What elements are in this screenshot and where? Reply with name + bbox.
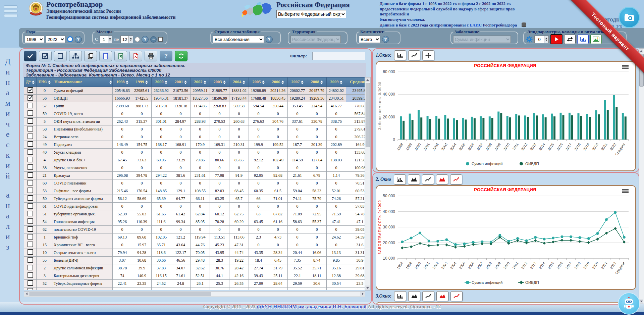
year-from-select[interactable]: 1998 bbox=[25, 36, 44, 43]
gear-icon[interactable] bbox=[526, 36, 533, 43]
col-header-year[interactable]: 2001 bbox=[171, 77, 191, 87]
w3-area-chart-button[interactable] bbox=[408, 291, 420, 301]
sort-arrows-icon[interactable] bbox=[184, 81, 187, 84]
filter-input[interactable] bbox=[312, 52, 365, 60]
hscroll-thumb[interactable] bbox=[30, 292, 211, 296]
hamburger-menu-icon[interactable] bbox=[4, 5, 17, 18]
page-vertical-scrollbar[interactable] bbox=[639, 48, 644, 304]
table-row[interactable]: 21Краснуха296.08394.78294.22381.6231.617… bbox=[24, 172, 365, 179]
screenshot-camera-button[interactable] bbox=[619, 7, 640, 28]
table-row[interactable]: 54Гонококковая инфекция95.26110.39111.69… bbox=[24, 218, 365, 226]
table-vertical-scrollbar[interactable] bbox=[365, 77, 371, 291]
row-checkbox[interactable] bbox=[28, 288, 33, 290]
months-checkbox[interactable] bbox=[158, 37, 163, 42]
table-row[interactable]: 5ОКИ неустанов. этиологии262.43315.37301… bbox=[24, 118, 365, 125]
row-checkbox[interactable] bbox=[28, 126, 33, 132]
scroll-left-icon[interactable] bbox=[24, 292, 29, 296]
w2-line-chart-button[interactable] bbox=[422, 174, 434, 185]
table-row[interactable]: 61COVID идентифицирован00000000000057.03 bbox=[24, 203, 365, 210]
row-checkbox[interactable] bbox=[28, 226, 33, 232]
table-refresh-button[interactable] bbox=[175, 51, 187, 61]
play-button[interactable] bbox=[550, 34, 562, 44]
excel-export-button[interactable] bbox=[114, 51, 127, 61]
row-checkbox[interactable] bbox=[28, 218, 33, 224]
sort-arrows-icon[interactable] bbox=[223, 81, 226, 84]
row-checkbox[interactable] bbox=[28, 103, 33, 108]
table-help-button[interactable]: ? bbox=[160, 51, 172, 61]
w3-line-red-button[interactable] bbox=[450, 291, 463, 301]
table-row[interactable]: 4Другие ОКИ бак.+67.4573.6369.9573.2979.… bbox=[24, 156, 365, 164]
col-header-name[interactable]: Наименование bbox=[53, 77, 113, 87]
row-checkbox[interactable] bbox=[28, 234, 33, 240]
stepper-arrows-icon[interactable] bbox=[108, 36, 112, 43]
row-checkbox[interactable] bbox=[28, 141, 33, 147]
row-checkbox[interactable] bbox=[28, 110, 33, 116]
table-row[interactable]: 51туберкулез органов дых.52.3955.0361.65… bbox=[24, 210, 365, 218]
scroll-down-icon[interactable] bbox=[365, 285, 370, 290]
years-help-button[interactable]: ? bbox=[75, 36, 82, 43]
sort-arrows-icon[interactable] bbox=[340, 81, 342, 84]
col-header-year[interactable]: 2003 bbox=[210, 77, 229, 87]
sort-arrows-icon[interactable] bbox=[145, 81, 148, 84]
w2-area-red-button[interactable] bbox=[436, 174, 448, 185]
col-header-year[interactable]: 2000 bbox=[152, 77, 171, 87]
row-checkbox[interactable] bbox=[28, 95, 33, 101]
table-row[interactable]: 1Брюшной тиф69.1389.68102.05121.2119.941… bbox=[24, 233, 365, 241]
table-row[interactable]: 40Укусы клещами000000000000133.68 bbox=[24, 149, 365, 156]
row-checkbox[interactable] bbox=[28, 265, 33, 270]
w3-bar-chart-button[interactable] bbox=[394, 291, 406, 301]
row-checkbox[interactable] bbox=[28, 280, 33, 286]
rows-filter-select[interactable]: Все заболевания bbox=[213, 36, 264, 43]
row-checkbox[interactable] bbox=[28, 118, 33, 124]
vscroll-thumb[interactable] bbox=[366, 83, 370, 147]
table-row[interactable]: 3900000000000018.63 bbox=[24, 287, 365, 290]
col-header-year[interactable]: 2009 bbox=[327, 77, 346, 87]
w3-area-red-button[interactable] bbox=[436, 291, 448, 301]
table-row[interactable]: 62носительство COVID-1900000000000039.05 bbox=[24, 226, 365, 233]
table-row[interactable]: 59COVID-19, всего000000000000567.84 bbox=[24, 110, 365, 118]
row-checkbox[interactable] bbox=[28, 195, 33, 201]
table-row[interactable]: 57Грипп2399.683881.735116.911320.181134.… bbox=[24, 102, 365, 110]
sort-arrows-icon[interactable] bbox=[301, 81, 304, 84]
col-header-year[interactable]: 2007 bbox=[288, 77, 307, 87]
print-button[interactable] bbox=[145, 51, 157, 61]
col-header-year[interactable]: 2002 bbox=[191, 77, 210, 87]
uncheck-all-button[interactable] bbox=[54, 51, 67, 61]
table-scroll-area[interactable]: Д*П/№Наименование19981999200020012002200… bbox=[24, 77, 365, 290]
row-checkbox[interactable] bbox=[28, 257, 33, 263]
row-checkbox[interactable] bbox=[28, 242, 33, 247]
page-vscroll-thumb[interactable] bbox=[639, 54, 644, 87]
col-header-year[interactable]: 2006 bbox=[268, 77, 288, 87]
federal-district-select[interactable]: Выберите Федеральный округ bbox=[276, 10, 346, 18]
row-checkbox[interactable] bbox=[28, 188, 33, 193]
sort-arrows-icon[interactable] bbox=[126, 81, 128, 84]
epid-counter-stepper[interactable]: 0 bbox=[534, 36, 549, 43]
sort-arrows-icon[interactable] bbox=[281, 81, 284, 84]
month-from-stepper[interactable]: 1 bbox=[100, 36, 112, 43]
w2-bar-chart-button[interactable] bbox=[394, 174, 406, 185]
contingent-select[interactable]: Всего bbox=[359, 36, 380, 43]
col-header-year[interactable]: 1999 bbox=[132, 77, 152, 87]
table-row[interactable]: 0Сумма инфекций20548.6322985.6126236.922… bbox=[24, 87, 365, 95]
sort-arrows-icon[interactable] bbox=[243, 81, 245, 84]
row-checkbox[interactable] bbox=[28, 87, 33, 93]
months-radio-icon[interactable] bbox=[135, 37, 140, 42]
chart-button[interactable] bbox=[577, 35, 589, 44]
col-header-year[interactable]: 1998 bbox=[113, 77, 132, 87]
copy-button[interactable] bbox=[84, 51, 97, 61]
table-row[interactable]: 24Ветряная оспа000000000000206.22 bbox=[24, 133, 365, 141]
w1-move-button[interactable] bbox=[422, 50, 434, 60]
w3-line-chart-button[interactable] bbox=[422, 291, 434, 301]
contingent-help-button[interactable]: ? bbox=[382, 36, 389, 43]
document-export-button[interactable] bbox=[99, 51, 112, 61]
months-wave-button[interactable]: ≈ bbox=[150, 36, 157, 43]
w2-area-chart-button[interactable] bbox=[408, 174, 420, 185]
w2-line-red-button[interactable] bbox=[450, 174, 462, 185]
sort-arrows-icon[interactable] bbox=[48, 81, 51, 84]
loop-button[interactable] bbox=[564, 35, 576, 44]
sort-arrows-icon[interactable] bbox=[262, 81, 265, 84]
image-button[interactable] bbox=[590, 35, 602, 44]
year-to-select[interactable]: 2022 bbox=[46, 36, 65, 43]
col-header-check[interactable]: Д* bbox=[24, 77, 37, 87]
table-row[interactable]: 2Другие сальмонел.инфекции38.7839.937.83… bbox=[24, 264, 365, 272]
